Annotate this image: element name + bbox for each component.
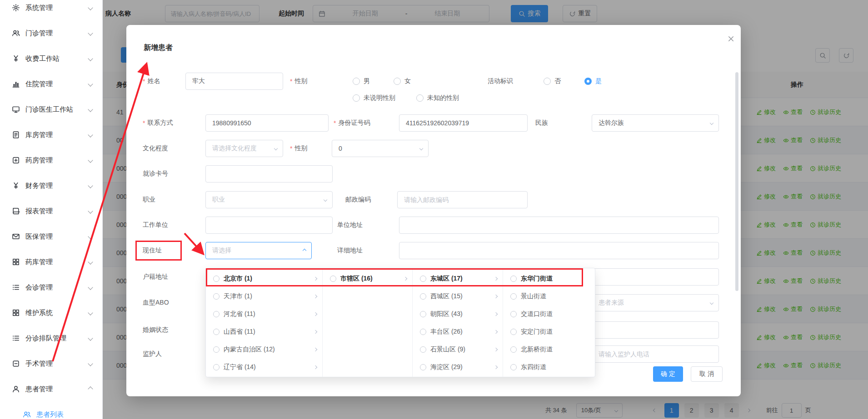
cascader-column: 北京市 (1) 天津市 (1) 河北省 (11) 山西省 (11) 内蒙古自治区… — [206, 268, 323, 377]
active-flag-radio-yes[interactable]: 是 — [584, 73, 602, 90]
sidebar-item[interactable]: 财务管理 — [0, 173, 102, 198]
cascader-option[interactable]: 海淀区 (29) — [413, 358, 503, 376]
radio-icon[interactable] — [510, 364, 517, 370]
radio-icon[interactable] — [510, 311, 517, 317]
modal-scrollbar[interactable] — [735, 72, 738, 291]
radio-icon[interactable] — [420, 329, 426, 335]
confirm-button[interactable]: 确 定 — [653, 366, 683, 382]
cascader-option[interactable]: 安定门街道 — [503, 323, 596, 340]
sidebar-item[interactable]: 手术管理 — [0, 351, 102, 376]
gender-code-select[interactable]: 0 — [332, 140, 429, 157]
sidebar-item[interactable]: 系统管理 — [0, 0, 102, 20]
cascader-option[interactable]: 市辖区 (16) — [323, 270, 412, 287]
gender-radio-unknown[interactable]: 未知的性别 — [416, 89, 459, 107]
radio-icon[interactable] — [510, 293, 517, 300]
name-input[interactable] — [185, 73, 283, 90]
radio-icon[interactable] — [420, 311, 426, 317]
work-unit-input[interactable] — [205, 217, 333, 234]
radio-icon[interactable] — [510, 276, 517, 282]
active-flag-radio-no[interactable]: 否 — [544, 73, 561, 90]
cascader-option[interactable]: 景山街道 — [503, 287, 596, 305]
cascader-option[interactable]: 天津市 (1) — [206, 287, 322, 305]
sidebar-item[interactable]: 维护系统 — [0, 300, 102, 325]
id-number-input[interactable] — [399, 114, 528, 132]
cascader-option[interactable]: 石景山区 (9) — [413, 340, 503, 358]
chevron-right-icon — [494, 276, 498, 280]
cascader-option[interactable]: 东华门街道 — [503, 270, 596, 287]
gender-radio-female[interactable]: 女 — [394, 73, 411, 90]
radio-icon[interactable] — [213, 276, 219, 282]
radio-icon[interactable] — [420, 346, 426, 353]
cascader-option[interactable]: 河北省 (11) — [206, 305, 322, 323]
gender-code-label: 性别 — [290, 140, 307, 157]
chevron-down-icon — [324, 198, 327, 202]
sidebar-item[interactable]: 药库管理 — [0, 249, 102, 275]
occupation-select[interactable]: 职业 — [205, 191, 333, 208]
radio-icon[interactable] — [213, 364, 219, 370]
chevron-up-icon — [88, 386, 93, 391]
cascader-option[interactable]: 交道口街道 — [503, 305, 596, 323]
cascader-option[interactable]: 北新桥街道 — [503, 340, 596, 358]
radio-icon — [544, 78, 551, 85]
detail-address-input[interactable] — [399, 242, 719, 259]
radio-icon[interactable] — [510, 329, 517, 335]
cascader-option[interactable]: 内蒙古自治区 (12) — [206, 340, 322, 358]
sidebar-item[interactable]: 医保管理 — [0, 224, 102, 249]
chevron-down-icon — [274, 147, 278, 150]
guardian-label: 监护人 — [143, 345, 162, 363]
cascader-option[interactable]: 东四街道 — [503, 358, 596, 376]
gender-radio-unstated[interactable]: 未说明性别 — [353, 89, 395, 107]
ethnicity-select[interactable]: 达斡尔族 — [592, 114, 719, 132]
chevron-down-icon — [419, 147, 423, 150]
radio-label: 未说明性别 — [364, 94, 395, 102]
sidebar-item[interactable]: 住院管理 — [0, 71, 102, 97]
cascader-option[interactable]: 西城区 (15) — [413, 287, 503, 305]
guardian-phone-input[interactable] — [592, 345, 719, 363]
sidebar-item[interactable]: 分诊排队管理 — [0, 325, 102, 351]
radio-icon[interactable] — [510, 346, 517, 353]
close-icon[interactable] — [724, 32, 737, 45]
cascader-option[interactable]: 山西省 (11) — [206, 323, 322, 340]
sidebar-item[interactable]: 患者管理 — [0, 376, 102, 402]
sidebar-item[interactable]: 报表管理 — [0, 198, 102, 224]
postal-code-input[interactable] — [397, 191, 528, 208]
chevron-right-icon — [404, 276, 407, 280]
sidebar-item[interactable]: 会诊管理 — [0, 275, 102, 300]
sidebar-item[interactable]: 收费工作站 — [0, 46, 102, 71]
unit-address-input[interactable] — [399, 217, 719, 234]
contact-input[interactable] — [205, 114, 329, 132]
select-value: 0 — [339, 145, 342, 152]
radio-icon[interactable] — [420, 364, 426, 370]
sidebar-item[interactable]: 药房管理 — [0, 148, 102, 173]
sidebar-item-label: 住院管理 — [25, 80, 89, 89]
radio-icon[interactable] — [213, 311, 219, 317]
sidebar-item[interactable]: 库房管理 — [0, 122, 102, 148]
education-select[interactable]: 请选择文化程度 — [205, 140, 283, 157]
patient-source-select[interactable]: 患者来源 — [592, 294, 719, 311]
select-placeholder: 请选择文化程度 — [212, 144, 257, 153]
sidebar-item[interactable]: 门诊医生工作站 — [0, 97, 102, 122]
square-icon — [12, 360, 20, 368]
cascader-option[interactable]: 辽宁省 (14) — [206, 358, 322, 376]
cascader-option[interactable]: 东城区 (17) — [413, 270, 503, 287]
id-number-label: 身份证号码 — [334, 114, 370, 132]
chevron-right-icon — [494, 365, 498, 369]
radio-icon[interactable] — [330, 276, 336, 282]
radio-icon[interactable] — [213, 293, 219, 300]
visit-card-input[interactable] — [205, 165, 333, 182]
current-address-select[interactable]: 请选择 — [205, 242, 312, 259]
radio-icon[interactable] — [420, 276, 426, 282]
radio-icon[interactable] — [420, 293, 426, 300]
radio-icon[interactable] — [213, 346, 219, 353]
cancel-button[interactable]: 取 消 — [691, 366, 723, 382]
radio-icon[interactable] — [213, 329, 219, 335]
marital-status-right-input[interactable] — [592, 321, 719, 339]
cascader-option[interactable]: 朝阳区 (43) — [413, 305, 503, 323]
cascader-option[interactable]: 丰台区 (26) — [413, 323, 503, 340]
sidebar-item[interactable]: 门诊管理 — [0, 20, 102, 46]
sidebar-subitem-active[interactable]: 患者列表 — [0, 402, 102, 419]
gender-radio-male[interactable]: 男 — [353, 73, 370, 90]
sidebar: 系统管理 门诊管理 收费工作站 住院管理 门诊医生工作站 库房管理 药房管理 财… — [0, 0, 103, 419]
cascader-option[interactable]: 北京市 (1) — [206, 270, 322, 287]
household-address-right-input[interactable] — [592, 268, 719, 286]
